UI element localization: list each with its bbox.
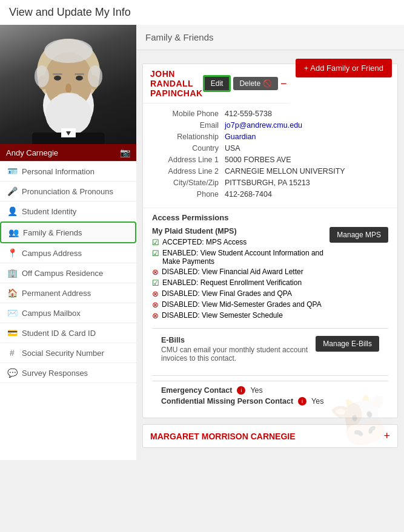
- confidential-missing-row: Confidential Missing Person Contact i Ye…: [161, 397, 379, 406]
- emergency-contact-row: Emergency Contact i Yes: [161, 386, 379, 395]
- page-title: View and Update My Info: [0, 0, 404, 25]
- svg-point-6: [76, 76, 83, 80]
- sidebar-item-student-id[interactable]: 💳 Student ID & Card ID: [0, 323, 136, 343]
- person-card-margaret: MARGARET MORRISON CARNEGIE +: [142, 424, 398, 448]
- sidebar: Andy Carnegie 📷 🪪 Personal Information 🎤…: [0, 25, 136, 460]
- mps-item-text-6: DISABLED: View Semester Schedule: [162, 311, 283, 320]
- edit-button-john[interactable]: Edit: [203, 75, 231, 92]
- emergency-section: Emergency Contact i Yes Confidential Mis…: [152, 381, 388, 413]
- sidebar-item-label: Personal Information: [22, 167, 94, 176]
- mps-item-1: ☑ ENABLED: View Student Account Informat…: [152, 249, 323, 266]
- add-button-container: + Add Family or Friend: [136, 50, 404, 57]
- building-icon: 🏢: [7, 268, 17, 278]
- person-details-john: Mobile Phone 412-559-5738 Email jo7p@and…: [143, 103, 397, 208]
- mail-icon: ✉️: [7, 308, 17, 318]
- person-name-john: JOHN RANDALL PAPINCHAK: [150, 69, 203, 98]
- svg-point-5: [54, 76, 61, 80]
- confidential-missing-value: Yes: [311, 397, 323, 406]
- sidebar-item-label: Campus Address: [22, 249, 82, 258]
- add-family-friend-button[interactable]: + Add Family or Friend: [296, 59, 392, 77]
- check-icon-3: ☑: [152, 278, 159, 287]
- sidebar-navigation: 🪪 Personal Information 🎤 Pronunciation &…: [0, 161, 136, 383]
- mps-item-text-5: DISABLED: View Mid-Semester Grades and Q…: [162, 300, 322, 309]
- check-icon-0: ☑: [152, 238, 159, 247]
- ebills-section: E-Bills CMU can email your monthly stude…: [152, 333, 388, 370]
- detail-label-address2: Address Line 2: [152, 167, 225, 176]
- expand-toggle-margaret[interactable]: +: [383, 430, 390, 442]
- svg-point-16: [88, 65, 102, 87]
- sidebar-item-pronunciation-pronouns[interactable]: 🎤 Pronunciation & Pronouns: [0, 182, 136, 202]
- detail-value-relationship[interactable]: Guardian: [225, 133, 256, 141]
- sidebar-item-label: Family & Friends: [23, 228, 82, 237]
- sidebar-item-off-campus[interactable]: 🏢 Off Campus Residence: [0, 263, 136, 283]
- main-content: Family & Friends + Add Family or Friend …: [136, 25, 404, 460]
- sidebar-item-social-security[interactable]: # Social Security Number: [0, 343, 136, 363]
- detail-value-city: PITTSBURGH, PA 15213: [225, 179, 310, 187]
- section-title: Family & Friends: [145, 32, 214, 42]
- sidebar-item-label: Pronunciation & Pronouns: [22, 187, 113, 196]
- card-icon: 🪪: [7, 166, 17, 176]
- detail-label-email: Email: [152, 121, 225, 130]
- mps-item-text-1: ENABLED: View Student Account Informatio…: [162, 249, 323, 266]
- person-actions-john: Edit Delete 🚫 −: [203, 75, 287, 92]
- x-icon-6: ⊗: [152, 311, 159, 320]
- svg-rect-7: [53, 73, 62, 75]
- delete-label: Delete: [239, 79, 260, 88]
- sidebar-item-label: Campus Mailbox: [22, 309, 81, 318]
- avatar-label: Andy Carnegie 📷: [0, 144, 136, 161]
- sidebar-item-campus-mailbox[interactable]: ✉️ Campus Mailbox: [0, 303, 136, 323]
- sidebar-item-label: Student Identity: [22, 207, 76, 216]
- detail-value-address1: 5000 FORBES AVE: [225, 156, 291, 164]
- detail-label-mobile: Mobile Phone: [152, 110, 225, 118]
- person-header-margaret: MARGARET MORRISON CARNEGIE +: [143, 425, 397, 447]
- sidebar-item-personal-information[interactable]: 🪪 Personal Information: [0, 162, 136, 182]
- sidebar-item-label: Social Security Number: [22, 349, 104, 358]
- sidebar-item-label: Off Campus Residence: [22, 269, 103, 278]
- manage-ebills-button[interactable]: Manage E-Bills: [316, 336, 379, 352]
- x-icon-4: ⊗: [152, 289, 159, 298]
- collapse-toggle-john[interactable]: −: [280, 77, 287, 90]
- sidebar-item-permanent-address[interactable]: 🏠 Permanent Address: [0, 283, 136, 303]
- sidebar-item-campus-address[interactable]: 📍 Campus Address: [0, 243, 136, 263]
- access-permissions-section: Access Permissions My Plaid Student (MPS…: [143, 208, 397, 418]
- ebills-title: E-Bills: [161, 336, 310, 344]
- svg-point-17: [44, 39, 93, 63]
- detail-value-phone: 412-268-7404: [225, 190, 272, 199]
- user-name: Andy Carnegie: [6, 148, 58, 157]
- detail-value-country: USA: [225, 144, 240, 153]
- mps-item-0: ☑ ACCEPTED: MPS Access: [152, 238, 323, 247]
- info-icon-emergency: i: [237, 386, 245, 395]
- detail-value-mobile: 412-559-5738: [225, 110, 272, 118]
- mps-item-text-4: DISABLED: View Final Grades and QPA: [162, 289, 292, 298]
- svg-rect-8: [75, 73, 84, 75]
- x-icon-5: ⊗: [152, 300, 159, 309]
- detail-row-relationship: Relationship Guardian: [152, 133, 388, 141]
- detail-row-mobile: Mobile Phone 412-559-5738: [152, 110, 388, 118]
- sidebar-item-student-identity[interactable]: 👤 Student Identity: [0, 202, 136, 222]
- detail-row-email: Email jo7p@andrew.cmu.edu: [152, 121, 388, 130]
- mps-item-text-3: ENABLED: Request Enrollment Verification: [162, 278, 302, 287]
- person-card-john: JOHN RANDALL PAPINCHAK Edit Delete 🚫 − M…: [142, 64, 398, 418]
- sidebar-item-family-friends[interactable]: 👥 Family & Friends: [0, 222, 136, 243]
- x-icon-2: ⊗: [152, 268, 159, 277]
- mps-title: My Plaid Student (MPS): [152, 227, 323, 235]
- detail-value-address2: CARNEGIE MELLON UNIVERSITY: [225, 167, 345, 176]
- detail-row-address1: Address Line 1 5000 FORBES AVE: [152, 156, 388, 164]
- detail-row-phone: Phone 412-268-7404: [152, 190, 388, 199]
- emergency-contact-label: Emergency Contact: [161, 386, 232, 395]
- mps-item-5: ⊗ DISABLED: View Mid-Semester Grades and…: [152, 300, 323, 309]
- camera-icon[interactable]: 📷: [120, 148, 130, 157]
- person-header-john: JOHN RANDALL PAPINCHAK Edit Delete 🚫 −: [143, 64, 290, 103]
- ebills-content: E-Bills CMU can email your monthly stude…: [161, 336, 310, 366]
- detail-value-email[interactable]: jo7p@andrew.cmu.edu: [225, 121, 302, 130]
- sidebar-item-survey-responses[interactable]: 💬 Survey Responses: [0, 363, 136, 383]
- person-icon: 👤: [7, 206, 17, 216]
- emergency-contact-value: Yes: [250, 386, 262, 395]
- manage-mps-button[interactable]: Manage MPS: [329, 227, 388, 243]
- location-icon: 📍: [7, 248, 17, 258]
- mps-item-6: ⊗ DISABLED: View Semester Schedule: [152, 311, 323, 320]
- hash-icon: #: [7, 348, 17, 358]
- access-title: Access Permissions: [152, 213, 388, 222]
- divider-2: [152, 375, 388, 376]
- delete-button-john[interactable]: Delete 🚫: [233, 77, 278, 90]
